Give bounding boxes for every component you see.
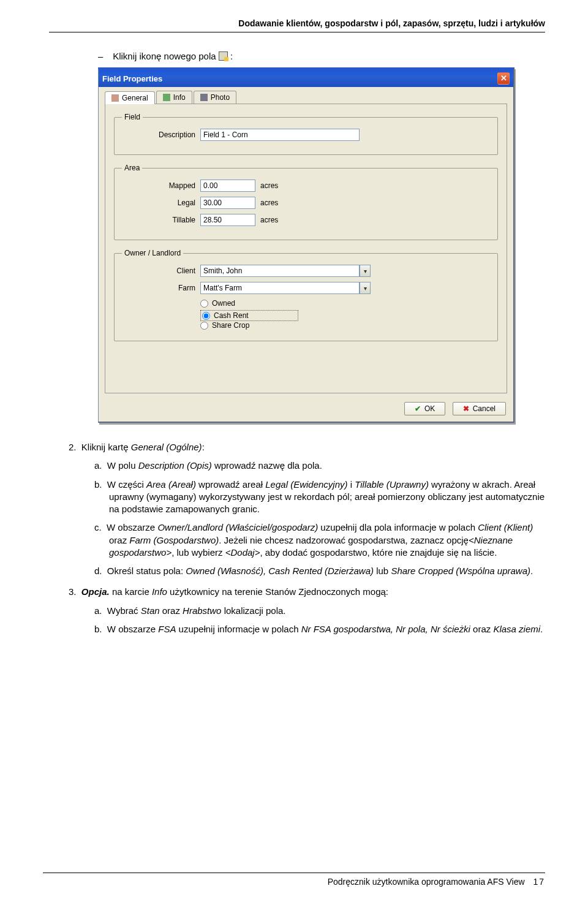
- num-3: 3.: [69, 586, 77, 597]
- step-2d: d. Określ status pola: Owned (Własność),…: [94, 565, 545, 577]
- num-3a: a.: [94, 605, 102, 616]
- label-mapped: Mapped: [122, 181, 195, 190]
- td5: .: [530, 566, 533, 576]
- dash: –: [98, 51, 110, 61]
- t2c: :: [202, 442, 205, 452]
- td3: lub: [374, 566, 391, 576]
- tb1: W części: [107, 479, 146, 490]
- radio-sharecrop-label: Share Crop: [212, 321, 249, 330]
- t3b4: Nr FSA gospodarstwa, Nr pola, Nr ścieżki: [301, 624, 470, 634]
- tab-info[interactable]: Info: [156, 91, 192, 104]
- farm-input[interactable]: [200, 282, 360, 294]
- label-tillable: Tillable: [122, 216, 195, 224]
- tc7: . Jeżeli nie chcesz nadzorować gospodars…: [219, 535, 469, 545]
- check-icon: ✔: [415, 404, 421, 413]
- tab-photo-label: Photo: [211, 93, 230, 102]
- page-number: 17: [533, 877, 545, 887]
- unit-mapped: acres: [260, 181, 278, 190]
- tab-body: Field Description Area Mapped acres Lega…: [105, 104, 507, 393]
- tb5: i: [348, 479, 355, 490]
- radio-owned[interactable]: [200, 300, 208, 308]
- num-c: c.: [94, 522, 102, 532]
- cancel-button[interactable]: ✖Cancel: [453, 402, 506, 415]
- page-header: Dodawanie klientów, gospodarstw i pól, z…: [49, 18, 545, 32]
- intro-suffix: :: [230, 51, 233, 61]
- close-icon[interactable]: ✕: [497, 72, 510, 85]
- label-farm: Farm: [122, 284, 195, 292]
- legal-input[interactable]: [200, 197, 255, 209]
- tc4: Client (Klient): [478, 522, 533, 532]
- tillable-input[interactable]: [200, 214, 255, 226]
- num-b: b.: [94, 479, 102, 490]
- tab-strip: General Info Photo: [99, 87, 513, 104]
- step-3b: b. W obszarze FSA uzupełnij informacje w…: [94, 623, 545, 635]
- intro-prefix: Kliknij ikonę nowego pola: [113, 51, 216, 61]
- tc9: , lub wybierz: [172, 547, 225, 558]
- ok-button[interactable]: ✔OK: [404, 402, 445, 415]
- fieldset-area: Area Mapped acres Legal acres Tillable a…: [114, 164, 498, 240]
- camera-icon: [200, 94, 208, 101]
- radio-sharecrop[interactable]: [200, 322, 208, 330]
- radio-owned-label: Owned: [212, 299, 235, 308]
- t3a3: oraz: [160, 605, 183, 616]
- step-3a: a. Wybrać Stan oraz Hrabstwo lokalizacji…: [94, 605, 545, 617]
- ta3: wprowadź nazwę dla pola.: [212, 460, 322, 471]
- fieldset-owner: Owner / Landlord Client Farm Owned Cash …: [114, 249, 498, 341]
- page-footer: Podręcznik użytkownika oprogramowania AF…: [43, 873, 545, 887]
- t3b1: W obszarze: [107, 624, 158, 634]
- tc10: <Dodaj>: [225, 547, 260, 558]
- radio-cashrent[interactable]: [202, 312, 210, 320]
- ownership-radios: Owned Cash Rent Share Crop: [200, 299, 490, 330]
- tc5: oraz: [109, 535, 129, 545]
- tb4: Legal (Ewidencyjny): [265, 479, 347, 490]
- ta2: Description (Opis): [138, 460, 212, 471]
- cross-icon: ✖: [463, 404, 469, 413]
- t3b6: Klasa ziemi: [493, 624, 540, 634]
- tb6: Tillable (Uprawny): [355, 479, 429, 490]
- t3a5: lokalizacji pola.: [221, 605, 285, 616]
- page-icon: [111, 94, 119, 102]
- document-body: 2. Kliknij kartę General (Ogólne): a. W …: [49, 441, 545, 635]
- mapped-input[interactable]: [200, 180, 255, 192]
- label-client: Client: [122, 267, 195, 275]
- intro-line: – Kliknij ikonę nowego pola :: [98, 51, 545, 61]
- td4: Share Cropped (Wspólna uprawa): [391, 566, 530, 576]
- tc2: Owner/Landlord (Właściciel/gospodarz): [157, 522, 318, 532]
- chevron-down-icon[interactable]: [360, 282, 371, 294]
- step-2b: b. W części Area (Areał) wprowadź areał …: [94, 479, 545, 516]
- unit-tillable: acres: [260, 216, 278, 224]
- tab-photo[interactable]: Photo: [194, 91, 236, 104]
- chevron-down-icon[interactable]: [360, 265, 371, 277]
- num-d: d.: [94, 566, 102, 576]
- num-3b: b.: [94, 624, 102, 634]
- farm-combo[interactable]: [200, 282, 371, 294]
- num-2: 2.: [69, 442, 77, 452]
- t2b: General (Ogólne): [131, 442, 202, 452]
- step-2c: c. W obszarze Owner/Landlord (Właściciel…: [94, 521, 545, 559]
- client-combo[interactable]: [200, 265, 371, 277]
- tb3: wprowadź areał: [196, 479, 265, 490]
- ok-label: OK: [424, 404, 435, 413]
- t3d: użytkownicy na terenie Stanów Zjednoczon…: [167, 586, 388, 597]
- ta1: W polu: [107, 460, 138, 471]
- description-input[interactable]: [200, 129, 360, 141]
- t3a: Opcja.: [81, 586, 110, 597]
- tb2: Area (Areał): [146, 479, 196, 490]
- unit-legal: acres: [260, 199, 278, 207]
- fieldset-field: Field Description: [114, 113, 498, 155]
- td2: Owned (Własność), Cash Rented (Dzierżawa…: [186, 566, 374, 576]
- num-a: a.: [94, 460, 102, 471]
- legend-owner: Owner / Landlord: [122, 249, 183, 257]
- t2a: Kliknij kartę: [81, 442, 131, 452]
- new-field-icon: [219, 51, 228, 61]
- info-icon: [163, 94, 170, 101]
- tab-general[interactable]: General: [105, 91, 155, 104]
- label-description: Description: [122, 131, 195, 139]
- t3b5: oraz: [470, 624, 494, 634]
- client-input[interactable]: [200, 265, 360, 277]
- tc3: uzupełnij dla pola informacje w polach: [318, 522, 478, 532]
- t3a1: Wybrać: [107, 605, 141, 616]
- td1: Określ status pola:: [107, 566, 186, 576]
- t3b2: FSA: [158, 624, 176, 634]
- t3b: na karcie: [110, 586, 152, 597]
